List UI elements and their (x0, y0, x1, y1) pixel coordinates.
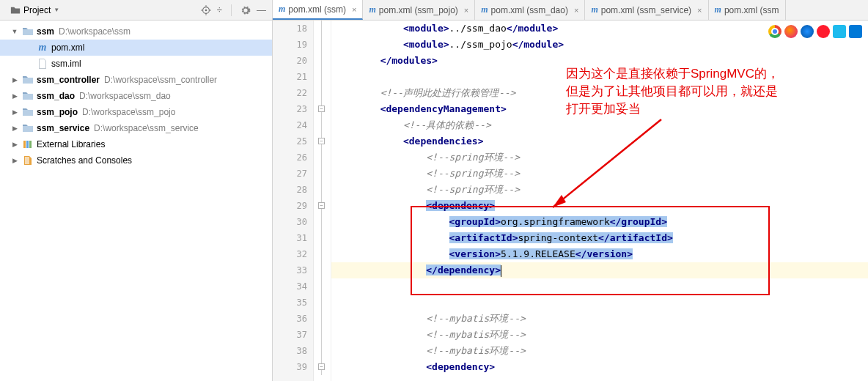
fold-toggle[interactable]: − (318, 106, 325, 112)
maven-icon: m (37, 42, 48, 53)
close-icon[interactable]: × (464, 6, 468, 15)
fold-toggle[interactable]: − (318, 138, 325, 144)
close-icon[interactable]: × (697, 6, 702, 15)
hide-icon[interactable]: — (257, 4, 266, 15)
tree-label: ssm_service (37, 123, 89, 133)
tree-arrow[interactable]: ▶ (10, 76, 19, 84)
line-gutter: 1819202122232425262728293031323334353637… (273, 21, 314, 381)
gear-icon[interactable] (240, 5, 251, 15)
code-line-26[interactable]: <!--spring环境--> (331, 149, 868, 166)
svg-rect-8 (29, 141, 32, 148)
code-line-30[interactable]: <groupId>org.springframework</groupId> (331, 214, 868, 230)
tree-label: pom.xml (51, 42, 84, 53)
code-line-31[interactable]: <artifactId>spring-context</artifactId> (331, 230, 868, 246)
code-line-38[interactable]: <!--mybatis环境--> (331, 343, 868, 359)
tab-label: pom.xml (ssm_service) (601, 5, 691, 15)
tree-arrow[interactable]: ▶ (10, 157, 19, 164)
fold-column[interactable]: −−−− (314, 21, 331, 381)
scratch-icon (22, 155, 34, 166)
code-line-33[interactable]: </dependency> (331, 262, 868, 278)
fold-toggle[interactable]: − (318, 363, 325, 370)
tab-pom-xml--ssm-pojo-[interactable]: mpom.xml (ssm_pojo)× (363, 0, 475, 20)
tree-label: Scratches and Consoles (37, 155, 132, 166)
tree-arrow[interactable]: ▶ (10, 141, 19, 148)
code-line-37[interactable]: <!--mybatis环境--> (331, 327, 868, 343)
tree-label: ssm.iml (51, 59, 81, 69)
svg-rect-6 (23, 141, 26, 148)
tree-item-pom-xml[interactable]: mpom.xml (0, 40, 272, 56)
folder-icon (22, 122, 34, 134)
folder-icon (22, 26, 34, 37)
tab-pom-xml--ssm-[interactable]: mpom.xml (ssm)× (273, 0, 363, 20)
code-line-19[interactable]: <module>../ssm_pojo</module> (331, 37, 868, 53)
tree-arrow[interactable]: ▶ (10, 108, 19, 116)
maven-icon: m (715, 4, 721, 15)
tree-label: ssm_pojo (37, 107, 78, 117)
tree-item-ssm-dao[interactable]: ▶ssm_daoD:\workspace\ssm_dao (0, 88, 272, 104)
svg-point-1 (205, 9, 207, 11)
folder-icon (22, 74, 34, 86)
tree-item-ssm-controller[interactable]: ▶ssm_controllerD:\workspace\ssm_controll… (0, 72, 272, 88)
firefox-icon[interactable] (784, 25, 798, 38)
code-line-39[interactable]: <dependency> (331, 359, 868, 375)
editor-area: mpom.xml (ssm)×mpom.xml (ssm_pojo)×mpom.… (273, 0, 868, 381)
code-area[interactable]: <module>../ssm_dao</module> <module>../s… (331, 21, 868, 381)
tree-item-ssm-pojo[interactable]: ▶ssm_pojoD:\workspace\ssm_pojo (0, 104, 272, 120)
annotation-text: 因为这个是直接依赖于SpringMVC的， 但是为了让其他项目都可以用，就还是 … (566, 65, 779, 118)
tree-path: D:\workspace\ssm_controller (104, 75, 217, 85)
folder-icon (22, 106, 34, 118)
divider (231, 4, 232, 16)
tree-item-ssm-service[interactable]: ▶ssm_serviceD:\workspace\ssm_service (0, 120, 272, 136)
tree-label: ssm_controller (37, 75, 100, 85)
tab-pom-xml--ssm-service-[interactable]: mpom.xml (ssm_service)× (585, 0, 708, 20)
code-line-35[interactable] (331, 295, 868, 311)
code-line-36[interactable]: <!--mybatis环境--> (331, 311, 868, 327)
opera-icon[interactable] (817, 25, 830, 38)
tree-item-external-libraries[interactable]: ▶External Libraries (0, 136, 272, 152)
maven-icon: m (481, 4, 488, 15)
tree-arrow[interactable]: ▼ (10, 28, 19, 35)
panel-toolbar: ÷ — (201, 4, 266, 16)
maven-icon: m (369, 4, 375, 15)
tree-arrow[interactable]: ▶ (10, 125, 19, 132)
chrome-icon[interactable] (768, 25, 781, 38)
tree-label: ssm (37, 26, 54, 37)
panel-header: Project ▼ ÷ — (0, 0, 272, 21)
project-view-selector[interactable]: Project ▼ (6, 4, 64, 17)
tree-path: D:\workspace\ssm_service (94, 123, 199, 133)
tree-arrow[interactable]: ▶ (10, 92, 19, 100)
ie-icon[interactable] (833, 25, 846, 38)
tab-label: pom.xml (ssm) (288, 4, 346, 15)
code-line-32[interactable]: <version>5.1.9.RELEASE</version> (331, 246, 868, 262)
project-tree[interactable]: ▼ssmD:\workspace\ssmmpom.xmlssm.iml▶ssm_… (0, 21, 272, 171)
code-line-25[interactable]: <dependencies> (331, 133, 868, 149)
code-line-24[interactable]: <!--具体的依赖--> (331, 117, 868, 133)
lib-icon (22, 138, 34, 150)
tree-item-ssm[interactable]: ▼ssmD:\workspace\ssm (0, 23, 272, 40)
target-icon[interactable] (201, 5, 211, 15)
code-line-34[interactable] (331, 278, 868, 295)
close-icon[interactable]: × (574, 6, 578, 15)
edge-icon[interactable] (849, 25, 862, 38)
dropdown-icon: ▼ (54, 7, 59, 13)
tab-pom-xml--ssm[interactable]: mpom.xml (ssm (709, 0, 786, 20)
tab-label: pom.xml (ssm_dao) (491, 5, 568, 15)
editor[interactable]: 1819202122232425262728293031323334353637… (273, 21, 868, 381)
tree-label: ssm_dao (37, 91, 75, 101)
code-line-27[interactable]: <!--spring环境--> (331, 166, 868, 182)
safari-icon[interactable] (801, 25, 814, 38)
collapse-icon[interactable]: ÷ (217, 4, 222, 15)
file-icon (37, 58, 48, 70)
tree-item-scratches-and-consoles[interactable]: ▶Scratches and Consoles (0, 152, 272, 169)
close-icon[interactable]: × (352, 5, 356, 14)
panel-title: Project (23, 5, 51, 15)
tree-item-ssm-iml[interactable]: ssm.iml (0, 56, 272, 72)
tree-path: D:\workspace\ssm_pojo (82, 107, 175, 117)
fold-toggle[interactable]: − (318, 202, 325, 209)
code-line-29[interactable]: <dependency> (331, 198, 868, 214)
tree-path: D:\workspace\ssm (59, 26, 130, 37)
svg-rect-7 (26, 141, 29, 148)
browser-icons (768, 25, 862, 38)
tab-pom-xml--ssm-dao-[interactable]: mpom.xml (ssm_dao)× (475, 0, 585, 20)
code-line-28[interactable]: <!--spring环境--> (331, 182, 868, 198)
